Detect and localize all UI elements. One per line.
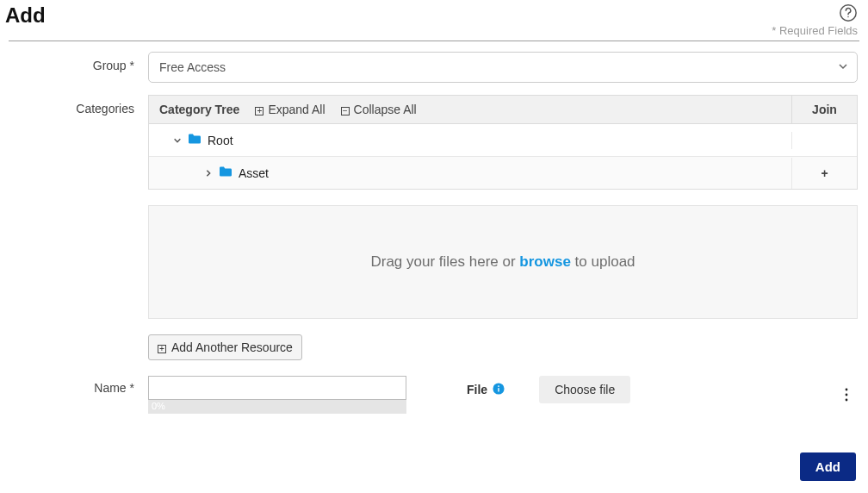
categories-label: Categories: [10, 95, 148, 115]
add-another-resource-button[interactable]: + Add Another Resource: [148, 334, 302, 360]
plus-box-icon: +: [158, 340, 166, 354]
file-label: File: [467, 383, 487, 396]
collapse-all-label: Collapse All: [354, 103, 417, 116]
dropzone-text-prefix: Drag your files here or: [370, 253, 519, 270]
category-tree-panel: Category Tree + Expand All − Collapse Al…: [148, 95, 858, 190]
help-icon[interactable]: [839, 3, 858, 22]
group-label: Group *: [10, 52, 148, 72]
name-input[interactable]: [148, 376, 406, 400]
tree-toggle-asset[interactable]: [204, 166, 213, 180]
collapse-all-icon: −: [341, 103, 350, 116]
tree-toggle-root[interactable]: [173, 134, 182, 147]
category-tree-header: Category Tree: [159, 103, 239, 116]
browse-link[interactable]: browse: [519, 253, 571, 270]
page-title: Add: [5, 3, 46, 28]
svg-point-5: [846, 389, 848, 391]
expand-all-button[interactable]: + Expand All: [255, 103, 325, 116]
choose-file-button[interactable]: Choose file: [539, 376, 630, 403]
name-label: Name *: [10, 376, 148, 395]
svg-point-1: [847, 16, 848, 17]
folder-icon: [187, 133, 202, 147]
group-select[interactable]: Free Access: [148, 52, 858, 83]
upload-dropzone[interactable]: Drag your files here or browse to upload: [148, 205, 858, 319]
join-add-button[interactable]: +: [791, 158, 857, 189]
join-cell-root: [791, 132, 857, 149]
folder-icon: [218, 165, 233, 180]
expand-all-label: Expand All: [268, 103, 325, 116]
chevron-down-icon: [838, 60, 848, 74]
more-menu-icon[interactable]: [840, 376, 858, 414]
group-select-value: Free Access: [159, 60, 226, 74]
expand-all-icon: +: [255, 103, 264, 116]
svg-point-6: [846, 394, 848, 396]
tree-node-root[interactable]: Root: [208, 134, 233, 147]
collapse-all-button[interactable]: − Collapse All: [341, 103, 417, 116]
required-fields-hint: * Required Fields: [772, 24, 858, 37]
svg-rect-3: [498, 388, 499, 391]
svg-point-4: [498, 385, 499, 387]
join-column-header: Join: [791, 96, 857, 123]
add-resource-label: Add Another Resource: [171, 340, 293, 354]
svg-point-7: [846, 399, 848, 402]
upload-progress: 0%: [148, 400, 406, 414]
info-icon[interactable]: [493, 383, 505, 397]
dropzone-text-suffix: to upload: [571, 253, 636, 270]
submit-add-button[interactable]: Add: [800, 452, 856, 481]
tree-node-asset[interactable]: Asset: [239, 166, 269, 180]
